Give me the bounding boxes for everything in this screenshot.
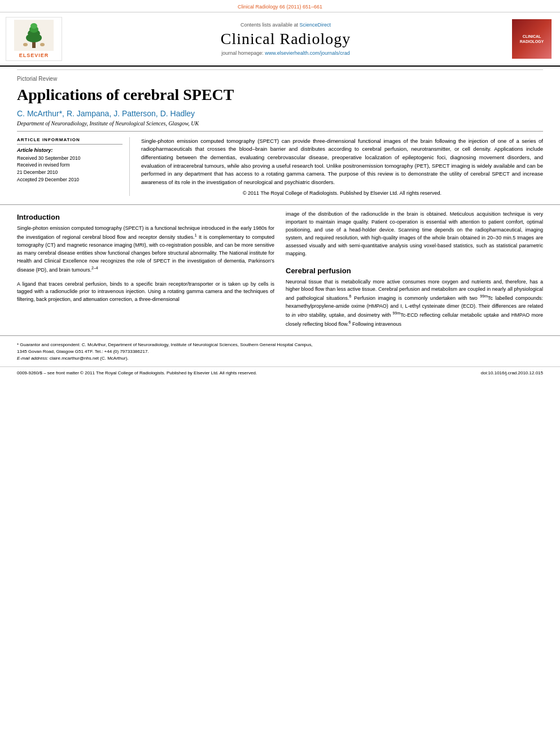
revised-date: 21 December 2010 <box>17 169 123 176</box>
article-type: Pictorial Review <box>17 69 543 83</box>
issn-notice: 0009-9260/$ – see front matter © 2011 Th… <box>17 370 257 375</box>
introduction-heading: Introduction <box>17 213 274 221</box>
copyright-line: © 2011 The Royal College of Radiologists… <box>141 190 543 196</box>
section-divider <box>0 204 560 205</box>
revised-label: Received in revised form <box>17 161 123 169</box>
email-link[interactable]: claire.mcarthur@nhs.net <box>50 356 99 361</box>
article-title: Applications of cerebral SPECT <box>17 83 543 109</box>
footnote-asterisk: * Guarantor and correspondent: C. McArth… <box>17 342 543 355</box>
svg-point-5 <box>30 23 37 29</box>
contents-available-line: Contents lists available at ScienceDirec… <box>240 22 331 28</box>
logo-box: CLINICALRADIOLOGY <box>512 19 552 59</box>
article-content: Pictorial Review Applications of cerebra… <box>0 69 560 196</box>
top-bar: Clinical Radiology 66 (2011) 651–661 <box>0 0 560 12</box>
affiliation: Department of Neuroradiology, Institute … <box>17 120 543 132</box>
cerebral-perfusion-heading: Cerebral perfusion <box>286 267 543 275</box>
abstract-col: Single-photon emission computed tomograp… <box>141 137 543 196</box>
article-info-abstract: ARTICLE INFORMATION Article history: Rec… <box>17 137 543 196</box>
intro-paragraph-1: Single-photon emission computed tomograp… <box>17 225 274 274</box>
svg-point-6 <box>23 43 28 46</box>
footnote-email: E-mail address: claire.mcarthur@nhs.net … <box>17 355 543 362</box>
bottom-bar: 0009-9260/$ – see front matter © 2011 Th… <box>0 366 560 378</box>
body-left-col: Introduction Single-photon emission comp… <box>17 211 274 329</box>
right-paragraph-1: image of the distribution of the radionu… <box>286 211 543 258</box>
clinical-radiology-logo: CLINICALRADIOLOGY <box>509 17 554 61</box>
journal-center-info: Contents lists available at ScienceDirec… <box>68 17 504 61</box>
logo-text: CLINICALRADIOLOGY <box>520 34 544 44</box>
journal-title: Clinical Radiology <box>221 30 351 48</box>
doi: doi:10.1016/j.crad.2010.12.015 <box>481 370 543 375</box>
journal-header: ELSEVIER Contents lists available at Sci… <box>0 12 560 67</box>
authors: C. McArthur*, R. Jampana, J. Patterson, … <box>17 109 543 120</box>
intro-paragraph-2: A ligand that traces cerebral perfusion,… <box>17 281 274 304</box>
elsevier-brand-text: ELSEVIER <box>19 53 49 58</box>
page-footer: * Guarantor and correspondent: C. McArth… <box>0 335 560 366</box>
journal-reference: Clinical Radiology 66 (2011) 651–661 <box>238 4 322 10</box>
received-date: Received 30 September 2010 <box>17 155 123 162</box>
elsevier-logo: ELSEVIER <box>6 17 62 61</box>
abstract-text: Single-photon emission computed tomograp… <box>141 137 543 187</box>
elsevier-tree-icon <box>14 20 54 51</box>
cerebral-perfusion-text: Neuronal tissue that is metabolically mo… <box>286 278 543 329</box>
history-title: Article history: <box>17 147 123 153</box>
sciencedirect-link[interactable]: ScienceDirect <box>300 22 331 28</box>
journal-url[interactable]: www.elsevierhealth.com/journals/crad <box>265 50 350 56</box>
article-info-col: ARTICLE INFORMATION Article history: Rec… <box>17 137 130 196</box>
body-content: Introduction Single-photon emission comp… <box>0 211 560 329</box>
body-right-col: image of the distribution of the radionu… <box>286 211 543 329</box>
journal-homepage-line: journal homepage: www.elsevierhealth.com… <box>221 50 350 56</box>
svg-point-7 <box>40 43 45 46</box>
article-info-title: ARTICLE INFORMATION <box>17 137 123 145</box>
article-history: Article history: Received 30 September 2… <box>17 147 123 184</box>
accepted-date: Accepted 29 December 2010 <box>17 176 123 184</box>
